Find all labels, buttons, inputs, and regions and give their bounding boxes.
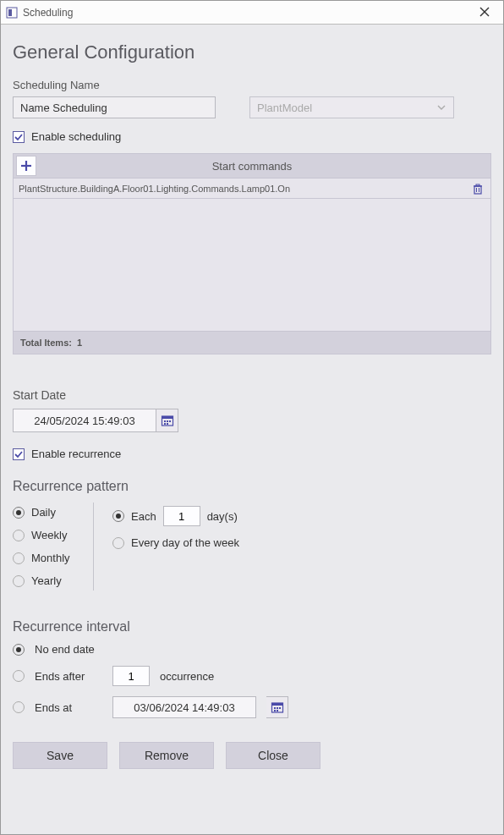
svg-rect-6 [474, 186, 481, 194]
close-button[interactable]: Close [226, 742, 320, 769]
svg-rect-12 [162, 416, 173, 419]
commands-footer: Total Items: 1 [13, 331, 491, 354]
enable-recurrence-checkbox[interactable] [13, 448, 25, 460]
pattern-monthly-radio[interactable]: Monthly [13, 552, 93, 564]
ends-at-input[interactable]: 03/06/2024 14:49:03 [112, 696, 256, 718]
recurrence-interval-heading: Recurrence interval [13, 619, 491, 634]
radio-icon [112, 537, 124, 549]
chevron-down-icon [436, 102, 446, 115]
radio-icon [13, 552, 25, 564]
svg-rect-20 [274, 707, 276, 709]
trash-icon [472, 183, 484, 195]
total-items-label: Total Items: [20, 338, 72, 348]
svg-rect-13 [164, 420, 166, 422]
command-row[interactable]: PlantStructure.BuildingA.Floor01.Lightin… [14, 179, 490, 199]
check-icon [14, 450, 23, 459]
close-icon [479, 7, 490, 17]
interval-group: No end date Ends after occurrence Ends a… [13, 643, 491, 718]
command-text: PlantStructure.BuildingA.Floor01.Lightin… [19, 184, 470, 194]
radio-icon [13, 644, 25, 656]
pattern-detail-group: Each day(s) Every day of the week [94, 503, 491, 591]
commands-header: Start commands [13, 153, 491, 179]
scheduling-window: Scheduling General Configuration Schedul… [0, 0, 504, 835]
app-icon [6, 7, 18, 19]
radio-icon [13, 701, 25, 713]
svg-rect-16 [164, 423, 166, 425]
scheduling-name-input[interactable] [13, 96, 216, 118]
radio-icon [13, 670, 25, 682]
radio-icon [112, 510, 124, 522]
interval-noend-radio[interactable]: No end date [13, 643, 491, 656]
delete-command-button[interactable] [470, 181, 485, 196]
pattern-daily-radio[interactable]: Daily [13, 506, 93, 519]
total-items-count: 1 [77, 338, 82, 348]
remove-button[interactable]: Remove [119, 742, 214, 769]
radio-icon [13, 530, 25, 541]
svg-rect-14 [167, 420, 168, 422]
pattern-yearly-radio[interactable]: Yearly [13, 574, 93, 587]
svg-rect-15 [169, 420, 171, 422]
svg-rect-10 [476, 184, 479, 186]
svg-rect-23 [274, 710, 276, 711]
ends-after-input[interactable] [112, 666, 150, 686]
svg-rect-17 [167, 423, 168, 425]
pattern-type-group: Daily Weekly Monthly Yearly [13, 503, 94, 591]
plant-model-placeholder: PlantModel [257, 102, 312, 114]
svg-rect-22 [279, 707, 281, 709]
start-date-input[interactable]: 24/05/2024 15:49:03 [13, 409, 156, 432]
start-date-label: Start Date [13, 388, 491, 402]
start-date-calendar-button[interactable] [156, 409, 178, 432]
calendar-icon [161, 414, 174, 427]
svg-rect-24 [277, 710, 278, 711]
svg-rect-1 [8, 9, 12, 16]
page-title: General Configuration [13, 41, 491, 63]
content-area: General Configuration Scheduling Name Pl… [1, 25, 503, 834]
calendar-icon [271, 700, 284, 714]
recurrence-pattern-heading: Recurrence pattern [13, 479, 491, 494]
titlebar: Scheduling [1, 1, 503, 25]
pattern-each-radio[interactable]: Each day(s) [112, 506, 491, 526]
commands-list: PlantStructure.BuildingA.Floor01.Lightin… [13, 179, 491, 331]
interval-endsafter-radio[interactable]: Ends after occurrence [13, 666, 491, 686]
enable-scheduling-checkbox[interactable] [13, 131, 25, 143]
save-button[interactable]: Save [13, 742, 107, 769]
window-close-button[interactable] [471, 6, 498, 19]
scheduling-name-label: Scheduling Name [13, 79, 491, 91]
svg-rect-19 [271, 703, 282, 706]
commands-header-label: Start commands [14, 160, 490, 173]
each-days-input[interactable] [163, 506, 200, 526]
enable-scheduling-label: Enable scheduling [31, 130, 121, 143]
svg-rect-21 [277, 707, 278, 709]
window-title: Scheduling [23, 7, 471, 19]
pattern-weekly-radio[interactable]: Weekly [13, 529, 93, 541]
radio-icon [13, 575, 25, 587]
ends-at-calendar-button[interactable] [266, 696, 288, 718]
plant-model-select[interactable]: PlantModel [249, 96, 454, 118]
interval-endsat-radio[interactable]: Ends at 03/06/2024 14:49:03 [13, 696, 491, 718]
check-icon [14, 133, 23, 141]
pattern-everyday-radio[interactable]: Every day of the week [112, 536, 491, 549]
radio-icon [13, 507, 25, 519]
enable-recurrence-label: Enable recurrence [31, 448, 121, 460]
